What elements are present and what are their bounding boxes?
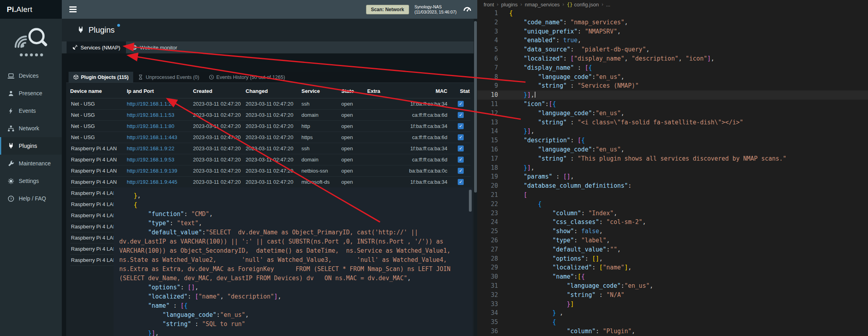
app-brand[interactable]: Pi.Alert	[0, 0, 62, 19]
row-checkbox[interactable]: ✓	[458, 145, 464, 151]
overlay-code-line: "function": "CMD",	[119, 210, 461, 219]
sidebar-item-devices[interactable]: Devices	[0, 67, 62, 84]
cell-created: 2023-03-11 02:47:20	[193, 154, 246, 165]
breadcrumb-item-[interactable]: ...	[606, 2, 610, 8]
scan-status-badge[interactable]: Scan: Network	[366, 5, 409, 14]
overlay-scrollbar-thumb[interactable]	[469, 190, 472, 212]
code-line-13: 13 "string" : "<i class=\"fa-solid fa-sa…	[477, 118, 868, 127]
sidebar-item-network[interactable]: Network	[0, 120, 62, 137]
plug-icon	[8, 143, 14, 149]
ip-port-link[interactable]: http://192.168.1.9:139	[127, 168, 177, 174]
line-number: 22	[477, 200, 507, 209]
line-number: 14	[477, 127, 507, 136]
tab-services-nmap[interactable]: Services (NMAP)	[67, 41, 126, 53]
code-line-35: 35 {	[477, 318, 868, 327]
overlay-code-line: "default_value":"SELECT dv.dev_Name as O…	[119, 228, 461, 283]
sidebar-item-label: Help / FAQ	[19, 195, 46, 202]
code-line-16: 16 "language_code":"en_us",	[477, 145, 868, 154]
cell-changed: 2023-03-11 02:47:20	[246, 143, 301, 154]
hourglass-icon	[138, 75, 143, 80]
cell-ip-port: http://192.168.1.9:139	[127, 165, 193, 176]
sidebar-item-maintenance[interactable]: Maintenance	[0, 155, 62, 172]
hamburger-icon[interactable]	[62, 6, 84, 12]
cell-created: 2023-03-11 02:47:20	[193, 132, 246, 143]
table-row: Raspberry Pi 4 LANhttp://192.168.1.9:445…	[70, 176, 470, 187]
overlay-code-line: }],	[119, 329, 461, 336]
code-line-10: 10 }],	[477, 90, 868, 100]
line-number: 17	[477, 154, 507, 163]
row-checkbox[interactable]: ✓	[458, 101, 464, 107]
line-number: 19	[477, 172, 507, 181]
code-line-6: 6 "localized": ["display_name", "descrip…	[477, 54, 868, 63]
code-line-24: 24 "css_classes": "col-sm-2",	[477, 218, 868, 227]
code-line-21: 21 [	[477, 191, 868, 200]
code-line-5: 5 "data_source": "pialert-db-query",	[477, 45, 868, 54]
page-scrollbar[interactable]	[474, 19, 477, 336]
subtab-events-history-50-out-of-1265[interactable]: Events History (50 out of 1265)	[204, 72, 290, 83]
table-row: Net - USGhttp://192.168.1.1:532023-03-11…	[70, 109, 470, 120]
line-number: 9	[477, 81, 507, 90]
line-number: 3	[477, 27, 507, 36]
sidebar-item-events[interactable]: Events	[0, 102, 62, 120]
sidebar-item-settings[interactable]: Settings	[0, 172, 62, 190]
line-number: 23	[477, 209, 507, 218]
ip-port-link[interactable]: http://192.168.1.9:53	[127, 157, 174, 163]
line-number: 32	[477, 291, 507, 300]
ip-port-link[interactable]: http://192.168.1.9:22	[127, 145, 174, 151]
svg-text:?: ?	[10, 196, 12, 200]
cell-service: domain	[301, 154, 341, 165]
code-line-1: 1{	[477, 9, 868, 18]
breadcrumb-item-plugins[interactable]: plugins	[501, 2, 518, 8]
notification-dot	[117, 24, 120, 27]
sidebar-item-label: Maintenance	[19, 160, 51, 167]
breadcrumb-item-nmap-services[interactable]: nmap_services	[525, 2, 559, 8]
code-line-4: 4 "enabled": true,	[477, 36, 868, 45]
row-checkbox[interactable]: ✓	[458, 157, 464, 163]
sidebar-item-label: Events	[19, 108, 36, 114]
line-number: 18	[477, 163, 507, 173]
sidebar-item-help-faq[interactable]: ?Help / FAQ	[0, 190, 62, 207]
line-number: 6	[477, 54, 507, 63]
cell-device-name: Raspberry Pi 4 LAN	[70, 165, 127, 176]
row-checkbox[interactable]: ✓	[458, 179, 464, 185]
cell-extra	[367, 98, 398, 109]
breadcrumb-separator: ›	[563, 2, 564, 7]
json-icon: {}	[567, 2, 573, 8]
overlay-code-window: }, { "function": "CMD", "type": "text", …	[114, 187, 472, 336]
cell-created: 2023-03-11 02:47:20	[193, 120, 246, 132]
tab-website-monitor[interactable]: Website monitor	[126, 41, 183, 53]
code-line-22: 22 {	[477, 200, 868, 209]
row-checkbox[interactable]: ✓	[458, 134, 464, 140]
cell-status: ✓	[451, 176, 470, 187]
ip-port-link[interactable]: http://192.168.1.1:53	[127, 112, 174, 118]
table-row: Net - USGhttp://192.168.1.1:4432023-03-1…	[70, 132, 470, 143]
ip-port-link[interactable]: http://192.168.1.1:443	[127, 134, 177, 140]
breadcrumb-item-config-json[interactable]: {} config.json	[567, 2, 599, 8]
brand-bold: Pi.	[7, 5, 16, 14]
cell-device-name: Net - USG	[70, 120, 127, 132]
subtab-unprocessed-events-0[interactable]: Unprocessed Events (0)	[133, 72, 204, 83]
code-editor: front›plugins›nmap_services›{} config.js…	[477, 0, 868, 336]
plugin-tabs: Services (NMAP)Website monitor	[62, 41, 474, 53]
editor-code[interactable]: 1{2 "code_name": "nmap_services",3 "uniq…	[477, 9, 868, 336]
sidebar-item-presence[interactable]: Presence	[0, 84, 62, 102]
satellite-dish-icon	[72, 45, 78, 50]
row-checkbox[interactable]: ✓	[458, 112, 464, 118]
page-scrollbar-thumb[interactable]	[474, 21, 477, 193]
subtab-plugin-objects-115[interactable]: Plugin Objects (115)	[69, 72, 133, 83]
row-checkbox[interactable]: ✓	[458, 168, 464, 174]
gauge-icon[interactable]	[462, 4, 472, 15]
breadcrumb: front›plugins›nmap_services›{} config.js…	[477, 0, 868, 9]
ip-port-link[interactable]: http://192.168.1.1:80	[127, 123, 174, 129]
settings-icon	[8, 178, 14, 185]
cell-ip-port: http://192.168.1.1:53	[127, 109, 193, 120]
sidebar-item-plugins[interactable]: Plugins	[0, 137, 62, 155]
row-checkbox[interactable]: ✓	[458, 123, 464, 129]
cell-service: microsoft-ds	[301, 176, 341, 187]
ip-port-link[interactable]: http://192.168.1.1:22	[127, 101, 174, 107]
ip-port-link[interactable]: http://192.168.1.9:445	[127, 179, 177, 185]
breadcrumb-item-front[interactable]: front	[484, 2, 494, 8]
column-header-service: Service	[301, 84, 341, 98]
table-header-row: Device nameIp and PortCreatedChangedServ…	[70, 84, 470, 98]
code-line-7: 7 "display_name" : [{	[477, 63, 868, 73]
